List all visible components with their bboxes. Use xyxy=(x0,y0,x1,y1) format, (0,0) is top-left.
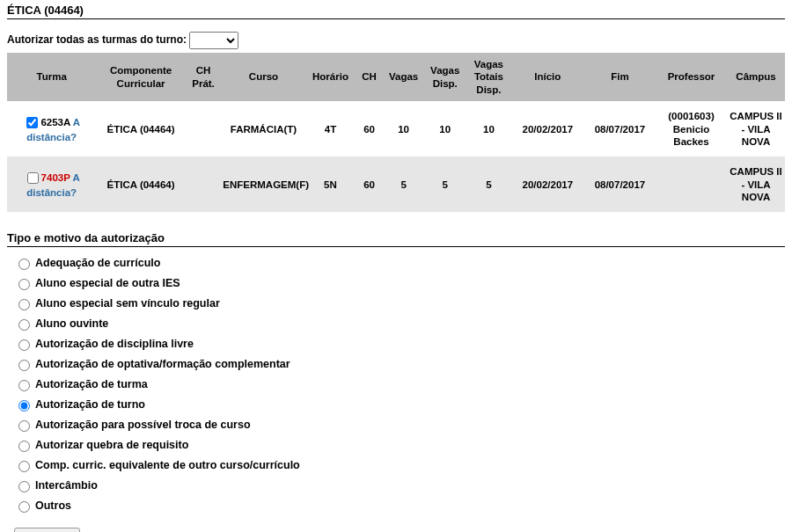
reason-radio[interactable] xyxy=(18,461,30,472)
cell-professor: (0001603) Benicio Backes xyxy=(656,101,727,157)
cell-ch: 60 xyxy=(355,101,383,157)
reason-radio[interactable] xyxy=(18,299,30,310)
reason-radio[interactable] xyxy=(18,360,30,371)
th-componente: Componente Curricular xyxy=(96,53,185,101)
cell-vagas: 10 xyxy=(384,101,424,157)
th-campus: Câmpus xyxy=(727,53,785,101)
reason-radio[interactable] xyxy=(18,319,30,331)
bulk-turno-select[interactable] xyxy=(189,32,238,49)
reason-label[interactable]: Aluno ouvinte xyxy=(35,317,108,330)
cell-horario: 4T xyxy=(306,101,356,157)
reason-row: Autorização de turno xyxy=(14,397,785,412)
cell-professor xyxy=(656,157,727,212)
cell-componente: ÉTICA (04464) xyxy=(96,101,185,157)
th-inicio: Início xyxy=(511,53,584,101)
reason-label[interactable]: Aluno especial de outra IES xyxy=(35,277,180,289)
reason-row: Autorização de optativa/formação complem… xyxy=(14,357,785,371)
cell-curso: ENFERMAGEM(F) xyxy=(221,157,305,212)
reason-label[interactable]: Outros xyxy=(35,499,71,512)
reason-row: Autorização para possível troca de curso xyxy=(14,418,785,432)
reason-radio[interactable] xyxy=(18,279,30,290)
reason-radio[interactable] xyxy=(18,339,30,351)
table-row: 7403P A distância?ÉTICA (04464)ENFERMAGE… xyxy=(7,157,785,212)
cell-componente: ÉTICA (04464) xyxy=(96,157,185,212)
reason-label[interactable]: Autorização para possível troca de curso xyxy=(35,419,251,431)
cell-vagasTotaisDisp: 5 xyxy=(466,157,511,212)
turma-code: 6253A xyxy=(40,117,70,128)
reason-label[interactable]: Intercâmbio xyxy=(35,479,98,492)
reason-row: Autorização de disciplina livre xyxy=(14,337,785,351)
reason-row: Aluno ouvinte xyxy=(14,317,785,331)
authorize-button[interactable]: Autorizar xyxy=(14,528,80,532)
reason-label[interactable]: Autorização de turno xyxy=(35,398,145,411)
reason-label[interactable]: Adequação de currículo xyxy=(35,257,160,269)
th-ch: CH xyxy=(355,53,383,101)
turma-checkbox[interactable] xyxy=(26,117,38,128)
reason-row: Adequação de currículo xyxy=(14,256,785,270)
section-title: Tipo e motivo da autorização xyxy=(7,231,785,247)
reason-label[interactable]: Autorizar quebra de requisito xyxy=(35,439,188,451)
reason-radio[interactable] xyxy=(18,501,30,513)
reasons-list: Adequação de currículoAluno especial de … xyxy=(7,256,785,513)
th-vagasdisp: Vagas Disp. xyxy=(423,53,466,101)
th-vagas: Vagas xyxy=(384,53,424,101)
cell-campus: CAMPUS II - VILA NOVA xyxy=(727,101,785,157)
reason-radio[interactable] xyxy=(18,259,30,270)
cell-inicio: 20/02/2017 xyxy=(511,101,584,157)
cell-curso: FARMÁCIA(T) xyxy=(221,101,305,157)
reason-label[interactable]: Autorização de optativa/formação complem… xyxy=(35,358,290,370)
th-horario: Horário xyxy=(306,53,356,101)
cell-horario: 5N xyxy=(306,157,356,212)
cell-vagasDisp: 10 xyxy=(423,101,466,157)
reason-row: Outros xyxy=(14,499,785,513)
turmas-table: Turma Componente Curricular CH Prát. Cur… xyxy=(7,53,785,212)
reason-row: Autorização de turma xyxy=(14,377,785,391)
reason-label[interactable]: Comp. curric. equivalente de outro curso… xyxy=(35,459,300,471)
turma-code: 7403P xyxy=(41,172,70,183)
cell-inicio: 20/02/2017 xyxy=(511,157,584,212)
reason-row: Comp. curric. equivalente de outro curso… xyxy=(14,458,785,472)
th-fim: Fim xyxy=(584,53,656,101)
reason-radio[interactable] xyxy=(18,400,30,412)
reason-row: Autorizar quebra de requisito xyxy=(14,438,785,452)
cell-ch: 60 xyxy=(355,157,383,212)
cell-vagasDisp: 5 xyxy=(423,157,466,212)
reason-radio[interactable] xyxy=(18,420,30,432)
cell-campus: CAMPUS II - VILA NOVA xyxy=(727,157,785,212)
reason-radio[interactable] xyxy=(18,481,30,492)
turma-checkbox[interactable] xyxy=(27,172,39,184)
bulk-authorize-label: Autorizar todas as turmas do turno: xyxy=(7,33,187,46)
th-vagastotais: Vagas Totais Disp. xyxy=(466,53,511,101)
th-turma: Turma xyxy=(7,53,96,101)
cell-chprat xyxy=(186,101,222,157)
reason-radio[interactable] xyxy=(18,380,30,391)
th-chprat: CH Prát. xyxy=(186,53,222,101)
cell-chprat xyxy=(186,157,222,212)
reason-label[interactable]: Aluno especial sem vínculo regular xyxy=(35,297,220,310)
th-professor: Professor xyxy=(656,53,727,101)
cell-fim: 08/07/2017 xyxy=(584,101,656,157)
reason-row: Aluno especial sem vínculo regular xyxy=(14,296,785,310)
page-title: ÉTICA (04464) xyxy=(7,4,785,19)
table-row: 6253A A distância?ÉTICA (04464)FARMÁCIA(… xyxy=(7,101,785,157)
th-curso: Curso xyxy=(221,53,305,101)
reason-radio[interactable] xyxy=(18,441,30,452)
reason-label[interactable]: Autorização de turma xyxy=(35,378,148,390)
cell-vagas: 5 xyxy=(384,157,424,212)
reason-label[interactable]: Autorização de disciplina livre xyxy=(35,338,194,350)
cell-vagasTotaisDisp: 10 xyxy=(466,101,511,157)
bulk-authorize-row: Autorizar todas as turmas do turno: xyxy=(7,32,785,49)
reason-row: Intercâmbio xyxy=(14,478,785,492)
cell-fim: 08/07/2017 xyxy=(584,157,656,212)
reason-row: Aluno especial de outra IES xyxy=(14,276,785,290)
